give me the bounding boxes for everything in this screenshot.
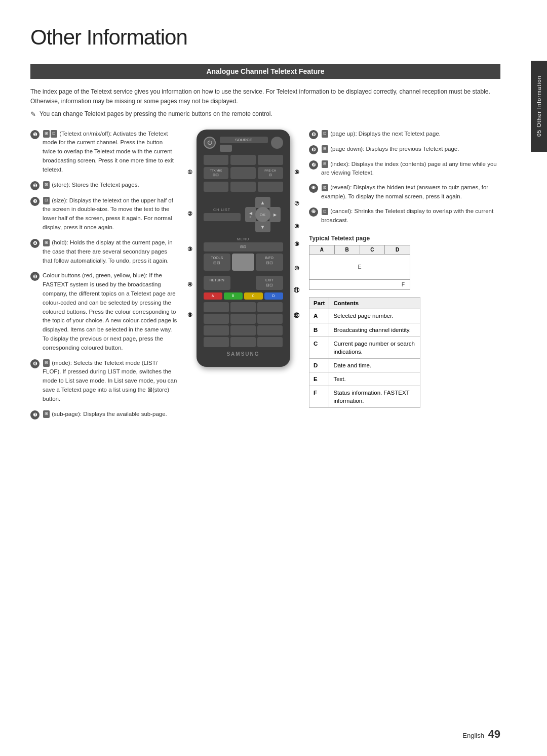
table-header-contents: Contents — [329, 298, 420, 309]
color-button-a[interactable]: A — [204, 292, 222, 300]
teletext-cell-d: D — [385, 245, 410, 254]
source-area: SOURCE — [220, 137, 268, 152]
item-number-3: ❸ — [30, 197, 40, 206]
center-column: ① ② ③ ④ ⑤ ⑥ ⑦ ⑧ ⑨ ⑩ ⑪ ⑫ ⏻ — [187, 130, 299, 426]
ch-list-label: CH LIST — [204, 208, 241, 212]
table-row: CCurrent page number or search indicatio… — [309, 337, 420, 358]
dpad-up[interactable]: ▲ — [255, 197, 270, 208]
item-content-1: ⊞⊡ (Teletext on/mix/off): Activates the … — [43, 130, 177, 175]
menu-label: MENU — [204, 237, 283, 241]
list-item: ❾ ⊟ (page down): Displays the previous T… — [309, 145, 500, 154]
typical-tetetext-label: Typical Tetetext page — [309, 235, 500, 242]
info-button[interactable]: INFO ⊟⊡ — [256, 254, 283, 271]
dpad-down[interactable]: ▼ — [255, 221, 270, 232]
ttx-mix-button[interactable]: TTX/MIX ⊞⊡ — [204, 167, 229, 180]
footer-number: 49 — [488, 728, 500, 740]
table-cell-part: B — [309, 323, 329, 337]
teletext-cell-c: C — [360, 245, 385, 254]
table-row: ASelected page number. — [309, 309, 420, 323]
list-item: ⓬ ⊡ (cancel): Shrinks the Teletext displ… — [309, 207, 500, 225]
dpad-left[interactable]: ◀P — [245, 207, 256, 222]
table-row: FStatus information. FASTEXT information… — [309, 386, 420, 408]
item-content-4: ⊞ (hold): Holds the display at the curre… — [43, 238, 177, 265]
tools-info-row: TOOLS ⊞⊡ INFO ⊟⊡ — [204, 254, 283, 271]
item-number-9: ❾ — [309, 145, 318, 154]
annotation-10: ⑩ — [294, 265, 299, 272]
color-button-b[interactable]: B — [224, 292, 243, 300]
annotation-3: ③ — [187, 246, 192, 253]
return-button[interactable]: RETURN — [204, 276, 231, 289]
list-item: ❿ ⊞ (index): Displays the index (content… — [309, 160, 500, 178]
item-number-11: ⓫ — [309, 184, 318, 193]
annotation-8: ⑧ — [294, 223, 299, 230]
item-number-1: ❶ — [30, 130, 40, 139]
list-item: ❸ ⊡ (size): Displays the teletext on the… — [30, 196, 177, 232]
item-content-7: ⊞ (sub-page): Displays the available sub… — [43, 410, 177, 419]
blank-button-1[interactable] — [230, 167, 256, 180]
samsung-logo: SAMSUNG — [204, 351, 283, 357]
annotation-2: ② — [187, 211, 192, 217]
pre-ch-button[interactable]: PRE-CH ⊟ — [258, 167, 283, 180]
table-cell-contents: Current page number or search indication… — [329, 337, 420, 358]
item-content-10: ⊞ (index): Displays the index (contents)… — [321, 160, 500, 178]
table-row: EText. — [309, 372, 420, 386]
item-number-4: ❹ — [30, 239, 40, 248]
item-content-11: ⊠ (reveal): Displays the hidden text (an… — [321, 183, 500, 201]
teletext-header: A B C D — [309, 245, 410, 255]
right-column: ❽ ⊡ (page up): Displays the next Teletex… — [309, 130, 500, 426]
table-cell-part: C — [309, 337, 329, 358]
table-cell-contents: Selected page number. — [329, 309, 420, 323]
item-content-8: ⊡ (page up): Displays the next Teletext … — [321, 130, 441, 139]
table-header-part: Part — [309, 298, 329, 309]
annotation-1: ① — [187, 169, 192, 176]
item-number-12: ⓬ — [309, 207, 318, 217]
dpad[interactable]: ▲ ▼ ◀P ▶ OK — [245, 197, 281, 232]
table-cell-part: A — [309, 309, 329, 323]
tools-button[interactable]: TOOLS ⊞⊡ — [204, 254, 231, 271]
color-button-c[interactable]: C — [244, 292, 263, 300]
table-cell-part: E — [309, 372, 329, 386]
teletext-diagram: A B C D E F — [309, 245, 410, 290]
item-number-7: ❼ — [30, 410, 40, 419]
list-item: ❽ ⊡ (page up): Displays the next Teletex… — [309, 130, 500, 139]
item-content-5: Colour buttons (red, green, yellow, blue… — [43, 271, 177, 352]
footer-text: English — [462, 732, 484, 739]
page-footer: English 49 — [462, 728, 500, 741]
item-number-10: ❿ — [309, 160, 318, 170]
return-exit-row: RETURN EXIT ⊟⊡ — [204, 276, 283, 289]
list-item: ❶ ⊞⊡ (Teletext on/mix/off): Activates th… — [30, 130, 177, 175]
power-button[interactable]: ⏻ — [204, 137, 216, 149]
annotation-6: ⑥ — [294, 169, 299, 176]
list-item: ❺ Colour buttons (red, green, yellow, bl… — [30, 271, 177, 352]
remote-wrapper: ① ② ③ ④ ⑤ ⑥ ⑦ ⑧ ⑨ ⑩ ⑪ ⑫ ⏻ — [197, 130, 290, 426]
list-item: ❼ ⊞ (sub-page): Displays the available s… — [30, 410, 177, 419]
dpad-center[interactable]: OK — [255, 207, 270, 222]
annotation-5: ⑤ — [187, 312, 192, 318]
list-item: ❷ ⊠ (store): Stores the Teletext pages. — [30, 181, 177, 190]
table-cell-contents: Text. — [329, 372, 420, 386]
info-table: Part Contents ASelected page number.BBro… — [309, 297, 420, 408]
teletext-body-e: E — [309, 255, 410, 280]
section-header: Analogue Channel Teletext Feature — [30, 64, 500, 79]
exit-button[interactable]: EXIT ⊟⊡ — [256, 276, 283, 289]
item-content-3: ⊡ (size): Displays the teletext on the u… — [43, 196, 177, 232]
body-layout: ❶ ⊞⊡ (Teletext on/mix/off): Activates th… — [30, 130, 500, 426]
color-buttons-row: A B C D — [204, 292, 283, 300]
ttx-row: TTX/MIX ⊞⊡ PRE-CH ⊟ — [204, 167, 283, 180]
teletext-cell-a: A — [309, 245, 335, 254]
table-cell-part: D — [309, 358, 329, 372]
side-tab-label: 05 Other Information — [536, 76, 542, 137]
color-button-d[interactable]: D — [264, 292, 283, 300]
top-right-button[interactable] — [271, 137, 283, 149]
teletext-footer-f: F — [309, 280, 410, 289]
source-button[interactable]: SOURCE — [220, 137, 268, 143]
list-item: ❹ ⊞ (hold): Holds the display at the cur… — [30, 238, 177, 265]
annotation-11: ⑪ — [294, 286, 299, 294]
item-content-12: ⊡ (cancel): Shrinks the Teletext display… — [321, 207, 500, 225]
item-content-2: ⊠ (store): Stores the Teletext pages. — [43, 181, 177, 190]
table-cell-part: F — [309, 386, 329, 408]
item-number-6: ❻ — [30, 359, 40, 368]
dpad-right[interactable]: ▶ — [269, 207, 281, 222]
side-tab: 05 Other Information — [531, 61, 547, 152]
table-row: DDate and time. — [309, 358, 420, 372]
